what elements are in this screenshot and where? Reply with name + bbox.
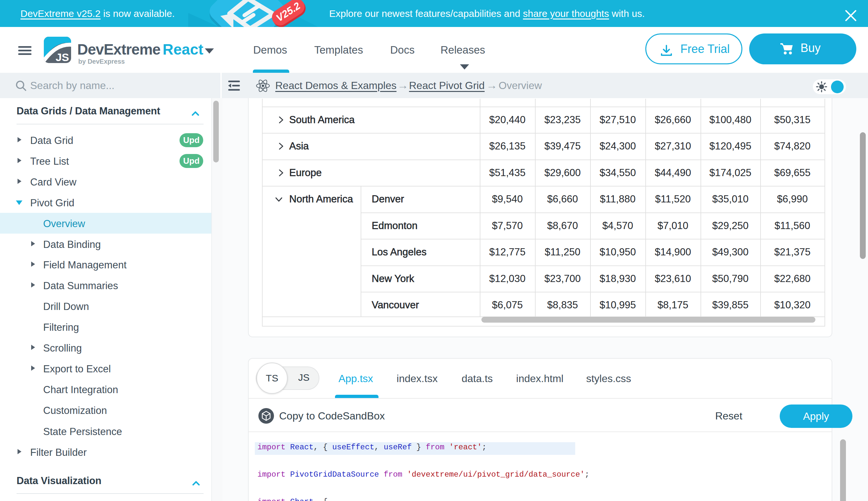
svg-text:JS: JS bbox=[55, 51, 69, 63]
